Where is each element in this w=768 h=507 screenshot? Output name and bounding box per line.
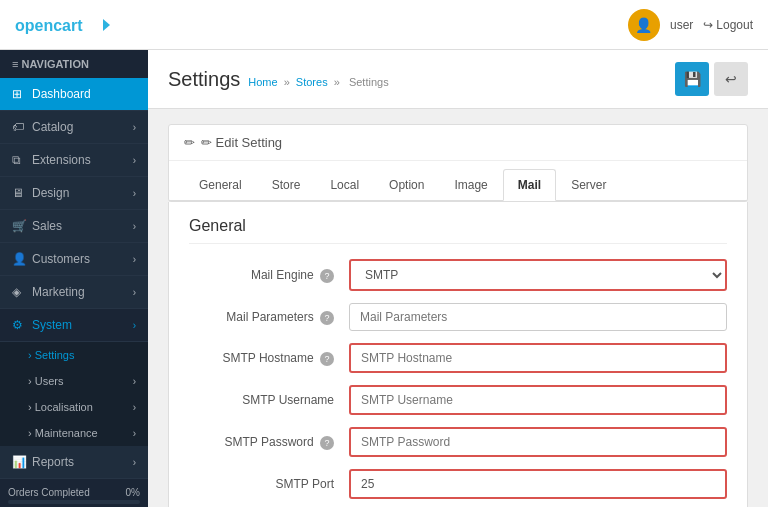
input-smtp-port[interactable] [349,469,727,499]
submenu-users[interactable]: › Users › [0,368,148,394]
label-smtp-password: SMTP Password ? [189,435,349,450]
submenu-localisation[interactable]: › Localisation › [0,394,148,420]
page-title: Settings [168,68,240,91]
tab-image[interactable]: Image [439,169,502,201]
back-button[interactable]: ↩ [714,62,748,96]
label-mail-engine: Mail Engine ? [189,268,349,283]
tabs-bar: General Store Local Option Image Mail Se… [169,161,747,201]
label-smtp-hostname: SMTP Hostname ? [189,351,349,366]
tab-server[interactable]: Server [556,169,621,201]
section-title: General [189,217,727,244]
reports-chevron: › [133,457,136,468]
sidebar: ≡ NAVIGATION ⊞ Dashboard 🏷 Catalog › ⧉ E… [0,50,148,507]
design-icon: 🖥 [12,186,26,200]
field-mail-parameters: Mail Parameters ? [189,303,727,331]
sidebar-stats: Orders Completed 0% Orders Processing 0%… [0,479,148,507]
system-submenu: › Settings › Users › › Localisation › › … [0,342,148,446]
design-chevron: › [133,188,136,199]
submenu-settings[interactable]: › Settings [0,342,148,368]
avatar: 👤 [628,9,660,41]
reports-icon: 📊 [12,455,26,469]
stat-orders-completed: Orders Completed 0% [8,487,140,504]
field-smtp-username: SMTP Username [189,385,727,415]
edit-setting-title: ✏ ✏ Edit Setting [169,125,747,161]
content-header: Settings Home » Stores » Settings 💾 ↩ [148,50,768,109]
info-icon-smtp-hostname[interactable]: ? [320,352,334,366]
sales-chevron: › [133,221,136,232]
sales-icon: 🛒 [12,219,26,233]
sidebar-item-sales[interactable]: 🛒 Sales › [0,210,148,243]
tab-store[interactable]: Store [257,169,316,201]
tab-option[interactable]: Option [374,169,439,201]
tab-local[interactable]: Local [315,169,374,201]
header-actions: 💾 ↩ [675,62,748,96]
input-smtp-password[interactable] [349,427,727,457]
sidebar-item-extensions[interactable]: ⧉ Extensions › [0,144,148,177]
sidebar-item-marketing[interactable]: ◈ Marketing › [0,276,148,309]
form-section: General Mail Engine ? Mail SMTP Sendmail [168,202,748,507]
marketing-chevron: › [133,287,136,298]
input-smtp-hostname[interactable] [349,343,727,373]
info-icon-smtp-password[interactable]: ? [320,436,334,450]
logout-button[interactable]: ↪ Logout [703,18,753,32]
marketing-icon: ◈ [12,285,26,299]
content-area: Settings Home » Stores » Settings 💾 ↩ [148,50,768,507]
label-mail-parameters: Mail Parameters ? [189,310,349,325]
field-smtp-port: SMTP Port [189,469,727,499]
edit-setting-panel: ✏ ✏ Edit Setting General Store Local Opt… [168,124,748,202]
field-smtp-hostname: SMTP Hostname ? [189,343,727,373]
back-icon: ↩ [725,71,737,87]
breadcrumb: Home » Stores » Settings [248,76,391,88]
customers-icon: 👤 [12,252,26,266]
extensions-chevron: › [133,155,136,166]
sidebar-item-dashboard[interactable]: ⊞ Dashboard [0,78,148,111]
info-icon-mail-params[interactable]: ? [320,311,334,325]
breadcrumb-home[interactable]: Home [248,76,277,88]
catalog-icon: 🏷 [12,120,26,134]
save-button[interactable]: 💾 [675,62,709,96]
system-chevron: › [133,320,136,331]
select-mail-engine[interactable]: Mail SMTP Sendmail [349,259,727,291]
catalog-chevron: › [133,122,136,133]
edit-icon: ✏ [184,135,195,150]
sidebar-item-design[interactable]: 🖥 Design › [0,177,148,210]
field-mail-engine: Mail Engine ? Mail SMTP Sendmail [189,259,727,291]
save-icon: 💾 [684,71,701,87]
svg-marker-1 [103,19,110,31]
breadcrumb-stores[interactable]: Stores [296,76,328,88]
sidebar-item-customers[interactable]: 👤 Customers › [0,243,148,276]
tab-mail[interactable]: Mail [503,169,556,201]
info-icon-mail-engine[interactable]: ? [320,269,334,283]
logo: opencart [15,11,119,39]
top-header: opencart 👤 user ↪ Logout [0,0,768,50]
username-dropdown[interactable]: user [670,18,693,32]
label-smtp-username: SMTP Username [189,393,349,407]
page-title-area: Settings Home » Stores » Settings [168,68,392,91]
customers-chevron: › [133,254,136,265]
extensions-icon: ⧉ [12,153,26,167]
logout-icon: ↪ [703,18,713,32]
dashboard-icon: ⊞ [12,87,26,101]
breadcrumb-current: Settings [349,76,389,88]
label-smtp-port: SMTP Port [189,477,349,491]
tab-general[interactable]: General [184,169,257,201]
sidebar-item-reports[interactable]: 📊 Reports › [0,446,148,479]
field-smtp-password: SMTP Password ? [189,427,727,457]
submenu-maintenance[interactable]: › Maintenance › [0,420,148,446]
nav-header: ≡ NAVIGATION [0,50,148,78]
system-icon: ⚙ [12,318,26,332]
svg-text:opencart: opencart [15,17,83,34]
content-body: ✏ ✏ Edit Setting General Store Local Opt… [148,109,768,507]
main-layout: ≡ NAVIGATION ⊞ Dashboard 🏷 Catalog › ⧉ E… [0,50,768,507]
input-mail-parameters[interactable] [349,303,727,331]
input-smtp-username[interactable] [349,385,727,415]
sidebar-item-catalog[interactable]: 🏷 Catalog › [0,111,148,144]
header-right: 👤 user ↪ Logout [628,9,753,41]
sidebar-item-system[interactable]: ⚙ System › [0,309,148,342]
